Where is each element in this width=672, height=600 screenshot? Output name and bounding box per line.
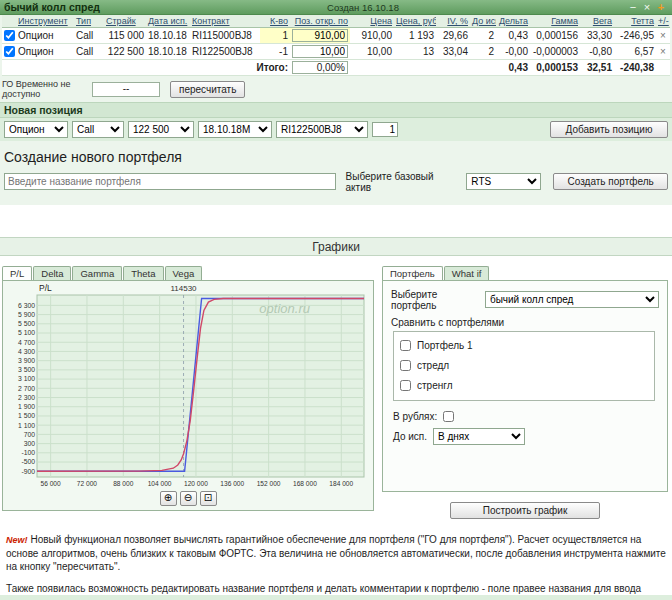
cell-expiry: 18.10.18 (146, 44, 190, 60)
margin-row: ГО Временно не доступно -- пересчитать (2, 80, 670, 100)
row-checkbox[interactable] (4, 30, 15, 41)
open-price-input[interactable] (292, 45, 348, 58)
note-paragraph: New!Новый функционал позволяет вычислять… (6, 533, 666, 573)
svg-text:114530: 114530 (170, 284, 197, 293)
svg-text:168 000: 168 000 (293, 480, 317, 487)
svg-text:56 000: 56 000 (41, 480, 62, 487)
row-checkbox[interactable] (4, 46, 15, 57)
charts-section-header: Графики (0, 237, 672, 256)
compare-checkbox[interactable] (400, 340, 411, 351)
open-price-input[interactable] (292, 29, 348, 42)
svg-text:4 300: 4 300 (18, 348, 35, 355)
header-vega[interactable]: Вега (580, 15, 614, 28)
instrument-select[interactable]: Опцион (4, 121, 68, 138)
svg-text:5 100: 5 100 (18, 329, 35, 336)
header-contract[interactable]: Контракт (190, 15, 260, 28)
expiry-select[interactable]: 18.10.18М (198, 121, 272, 138)
cell-delta: 0,43 (496, 28, 530, 44)
header-iv[interactable]: IV, % (436, 15, 470, 28)
tab-delta[interactable]: Delta (33, 266, 71, 280)
new-position-header: Новая позиция (0, 102, 672, 118)
portfolio-select[interactable]: бычий колл спред (485, 291, 659, 308)
portfolio-title: бычий колл спред (4, 1, 100, 13)
header-expiry[interactable]: Дата исп. (146, 15, 190, 28)
compare-checkbox[interactable] (400, 360, 411, 371)
base-asset-select[interactable]: RTS (466, 173, 541, 190)
tab-portfolio[interactable]: Портфель (382, 266, 443, 280)
header-price-rub[interactable]: Цена, руб. (394, 15, 436, 28)
new-badge: New! (6, 535, 28, 545)
portfolio-name-input[interactable] (4, 173, 336, 190)
recalculate-button[interactable]: пересчитать (170, 81, 245, 98)
delete-row-icon[interactable]: × (658, 30, 668, 41)
header-price[interactable]: Цена (350, 15, 394, 28)
svg-text:1 900: 1 900 (18, 403, 35, 410)
add-icon[interactable]: + (654, 1, 668, 14)
cell-instrument: Опцион (16, 28, 74, 44)
create-portfolio-button[interactable]: Создать портфель (553, 173, 668, 190)
zoom-out-icon[interactable]: ⊖ (180, 491, 197, 506)
strike-select[interactable]: 122 500 (128, 121, 194, 138)
svg-text:2 700: 2 700 (18, 384, 35, 391)
portfolio-tabs: Портфель What if (382, 266, 668, 280)
header-open-price[interactable]: Поз. откр. по (290, 15, 350, 28)
build-chart-button[interactable]: Построить график (450, 502, 600, 519)
header-type[interactable]: Тип (74, 15, 104, 28)
compare-checkbox[interactable] (400, 380, 411, 391)
header-strike[interactable]: Страйк (104, 15, 146, 28)
svg-text:6 300: 6 300 (18, 302, 35, 309)
svg-text:5 500: 5 500 (18, 320, 35, 327)
tab-gamma[interactable]: Gamma (72, 266, 122, 280)
header-qty[interactable]: К-во (260, 15, 290, 28)
option-type-select[interactable]: Call (72, 121, 124, 138)
svg-text:72 000: 72 000 (77, 480, 98, 487)
days-select[interactable]: В днях (433, 428, 525, 445)
header-theta[interactable]: Тетта (614, 15, 656, 28)
zoom-in-icon[interactable]: ⊕ (160, 491, 177, 506)
header-delta[interactable]: Дельта (496, 15, 530, 28)
bottom-strip (0, 595, 672, 600)
svg-text:3 100: 3 100 (18, 375, 35, 382)
svg-text:P/L: P/L (39, 283, 52, 293)
cell-days: 2 (470, 44, 496, 60)
header-days[interactable]: До исп. (470, 15, 496, 28)
totals-gamma: 0,000153 (530, 60, 580, 76)
tab-pl[interactable]: P/L (2, 266, 32, 280)
tab-vega[interactable]: Vega (165, 266, 203, 280)
cell-qty: -1 (260, 44, 290, 60)
header-instrument[interactable]: Инструмент (16, 15, 74, 28)
tab-theta[interactable]: Theta (123, 266, 163, 280)
add-position-button[interactable]: Добавить позицию (550, 121, 668, 138)
svg-text:3 900: 3 900 (18, 357, 35, 364)
totals-row: Итого: 0,00% 0,43 0,000153 32,51 -240,38 (2, 60, 670, 76)
quantity-input[interactable] (372, 122, 398, 137)
svg-text:1 100: 1 100 (18, 421, 35, 428)
portfolio-panel-body: Выберите портфель бычий колл спред Сравн… (382, 280, 668, 492)
header-gamma[interactable]: Гамма (530, 15, 580, 28)
rubles-checkbox[interactable] (443, 411, 454, 422)
svg-text:88 000: 88 000 (113, 480, 134, 487)
pl-chart[interactable]: 56 00072 00088 000104 000120 000136 0001… (3, 281, 371, 489)
zoom-fit-icon[interactable]: ⊡ (200, 491, 217, 506)
minimize-icon[interactable]: − (626, 1, 640, 14)
delete-row-icon[interactable]: × (658, 46, 668, 57)
close-icon[interactable]: × (640, 1, 654, 14)
compare-item-label: стренгл (417, 380, 453, 391)
cell-delta: -0,00 (496, 44, 530, 60)
chart-tabs: P/L Delta Gamma Theta Vega (2, 266, 374, 280)
tab-what-if[interactable]: What if (444, 266, 490, 280)
contract-select[interactable]: RI122500BJ8 (276, 121, 368, 138)
svg-text:152 000: 152 000 (257, 480, 281, 487)
list-item: Портфель 1 (400, 336, 648, 356)
totals-vega: 32,51 (580, 60, 614, 76)
svg-text:2 300: 2 300 (18, 394, 35, 401)
totals-theta: -240,38 (614, 60, 656, 76)
portfolio-titlebar: бычий колл спред Создан 16.10.18 − × + (0, 0, 672, 15)
charts-area: P/L Delta Gamma Theta Vega 56 00072 0008… (0, 266, 672, 519)
svg-text:1 500: 1 500 (18, 412, 35, 419)
svg-text:-500: -500 (21, 458, 35, 465)
svg-text:4 700: 4 700 (18, 338, 35, 345)
svg-text:-100: -100 (21, 449, 35, 456)
cell-instrument: Опцион (16, 44, 74, 60)
list-item: стренгл (400, 376, 648, 396)
